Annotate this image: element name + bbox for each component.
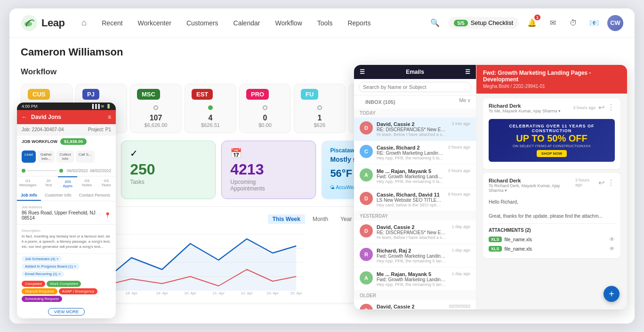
appointments-label: UpcomingAppointments	[230, 179, 307, 192]
mobile-view-more-button[interactable]: VIEW MORE	[48, 308, 85, 316]
email-item-0[interactable]: D David, Cassie 2 RE: DISCREPANCIES* New…	[354, 118, 476, 141]
email-item-content-7: David, Cassie 2 RE: DISCREPANCIES* New E…	[377, 304, 445, 309]
notifications-button[interactable]: 🔔 1	[524, 16, 539, 31]
workflow-card-fu[interactable]: FU 1 $626	[294, 84, 346, 133]
email-item-7[interactable]: D David, Cassie 2 RE: DISCREPANCIES* New…	[354, 300, 476, 309]
promo-subtitle: ON SELECT ITEMS AT CONSTRUCTIONXXX	[493, 144, 610, 148]
email-msg-1-reply-icon[interactable]: ↩	[598, 103, 604, 112]
email-me-filter[interactable]: Me v	[459, 97, 470, 107]
workflow-card-est[interactable]: EST 4 $626.51	[185, 84, 236, 133]
promo-banner: CELEBRATING OVER 11 YEARS OF CONSTRUCTIO…	[489, 119, 615, 162]
perf-tab-month[interactable]: Month	[308, 214, 333, 224]
mobile-stage-gather[interactable]: GatherInfo...	[38, 150, 55, 163]
attachments-label: ATTACHMENTS (2)	[489, 228, 615, 233]
email-item-1[interactable]: C Cassie, Richard 2 RE: Growth Marketing…	[354, 141, 476, 165]
mobile-contact-persons-tab[interactable]: Contact Persons	[75, 190, 114, 201]
mobile-time: 4:00 PM	[22, 104, 38, 109]
email-msg-2-body: Hello Richard, Great, thanks for the upd…	[489, 198, 615, 220]
mobile-tab-tasks[interactable]: G5Tasks	[97, 176, 116, 190]
nav-item-workcenter[interactable]: Workcenter	[131, 16, 178, 31]
email-sender-1: Cassie, Richard 2	[377, 145, 444, 150]
app-container: Leap ⌂ Recent Workcenter Customers Calen…	[9, 8, 635, 324]
mobile-tab-messages[interactable]: G1Messages	[17, 176, 39, 190]
email-items-list: TODAY D David, Cassie 2 RE: DISCREPANCIE…	[354, 109, 476, 309]
mobile-stage-collect[interactable]: CollectInfo	[56, 150, 73, 163]
email-compose-fab[interactable]: +	[604, 286, 620, 302]
nav-item-tools[interactable]: Tools	[311, 16, 339, 31]
email-item-content-4: David, Cassie 2 RE: DISCREPANCIES* New E…	[377, 224, 448, 240]
workflow-card-msc[interactable]: MSC 107 $6,626.00	[130, 84, 182, 133]
email-section-today: TODAY	[354, 109, 476, 118]
attachment-2: XLS file_name.xls 👁	[489, 244, 615, 253]
search-button[interactable]: 🔍	[427, 16, 443, 31]
mobile-tab-appts[interactable]: 205Appts	[58, 176, 77, 190]
email-list-hamburger-icon[interactable]: ☰	[360, 69, 365, 75]
email-msg-2-reply-icon[interactable]: ↩	[598, 178, 604, 187]
perf-tab-year[interactable]: Year	[336, 214, 356, 224]
email-msg-1-more-icon[interactable]: ⋮	[607, 103, 615, 112]
mobile-tab-notes[interactable]: G5Notes	[77, 176, 97, 190]
mail-button[interactable]: 📧	[587, 16, 602, 31]
attachment-2-name: file_name.xls	[505, 246, 532, 252]
messages-button[interactable]: ✉	[545, 16, 560, 31]
logo-area[interactable]: Leap	[21, 15, 64, 32]
timer-button[interactable]: ⏱	[566, 16, 581, 31]
tasks-count: 250	[130, 162, 207, 177]
email-avatar-1: C	[360, 145, 373, 158]
email-item-4[interactable]: D David, Cassie 2 RE: DISCREPANCIES* New…	[354, 221, 476, 244]
mobile-tag-board[interactable]: Added In Progress Board (1) ×	[22, 263, 80, 269]
mobile-location-icon[interactable]: 📍	[104, 212, 111, 219]
attachment-1-type-icon: XLS	[489, 237, 502, 242]
email-section-older: OLDER	[354, 291, 476, 300]
email-msg-2-sender: Richard Derk	[489, 178, 575, 183]
mobile-tag-schedule[interactable]: Job Schedules (4) ×	[22, 256, 62, 262]
email-avatar-6: A	[360, 271, 373, 285]
mobile-stage-call[interactable]: Call S...	[76, 150, 95, 163]
email-search-input[interactable]	[359, 82, 471, 92]
svg-text:19. Apr: 19. Apr	[156, 291, 169, 295]
email-sender-3: Cassie, Richard, David 11	[377, 192, 444, 198]
perf-tab-week[interactable]: This Week	[268, 214, 305, 224]
mobile-customer-info-tab[interactable]: Customer Info	[41, 190, 75, 201]
page-title: Cameron Williamson	[21, 46, 623, 58]
home-nav-item[interactable]: ⌂	[75, 14, 93, 32]
nav-item-recent[interactable]: Recent	[95, 16, 129, 31]
attachment-2-view-button[interactable]: 👁	[609, 245, 615, 252]
nav-item-calendar[interactable]: Calendar	[227, 16, 267, 31]
email-preview-3: Hey card, below is the SEO optimized TIT…	[377, 203, 444, 207]
promo-discount: UP TO 50% OFF	[493, 133, 610, 144]
email-detail-title: Fwd: Growth Marketing Landing Pages - De…	[483, 70, 620, 83]
svg-marker-13	[103, 239, 296, 291]
email-avatar-0: D	[360, 121, 373, 134]
mobile-back-button[interactable]: ←	[22, 114, 27, 120]
appointments-stat-card[interactable]: 📅 4213 UpcomingAppointments	[221, 141, 316, 199]
email-item-2[interactable]: A Me ... Rajan, Mayank 5 Fwd: Growth Mar…	[354, 165, 476, 188]
mobile-flags: ComplaintWork CompletedDeposit RequiredA…	[17, 279, 116, 304]
setup-checklist-button[interactable]: 5/5 Setup Checklist	[448, 17, 519, 29]
user-avatar-button[interactable]: CW	[607, 15, 623, 31]
email-list-menu-icon[interactable]: ☰	[465, 69, 470, 75]
nav-item-workflow[interactable]: Workflow	[268, 16, 308, 31]
email-item-6[interactable]: A Me ... Rajan, Mayank 5 Fwd: Growth Mar…	[354, 268, 476, 291]
attachment-1-view-button[interactable]: 👁	[609, 236, 615, 243]
mobile-tab-text[interactable]: 20Text	[39, 176, 58, 190]
mobile-job-info-tab[interactable]: Job Info	[17, 190, 41, 201]
nav-item-customers[interactable]: Customers	[180, 16, 225, 31]
nav-item-reports[interactable]: Reports	[341, 16, 377, 31]
nav-right: 🔍 5/5 Setup Checklist 🔔 1 ✉ ⏱ 📧 CW	[427, 15, 623, 31]
workflow-card-pro[interactable]: PRO 0 $0.00	[239, 84, 291, 133]
email-sender-0: David, Cassie 2	[377, 121, 448, 127]
mobile-desc-value: In fact, inserting any fantasy text or a…	[22, 234, 111, 250]
email-msg-2-more-icon[interactable]: ⋮	[607, 178, 615, 187]
email-item-5[interactable]: R Richard, Raj 2 Fwd: Growth Marketing L…	[354, 244, 476, 268]
tasks-stat-card[interactable]: ✓ 250 Tasks	[121, 141, 216, 199]
email-time-6: 1 day ago	[451, 271, 470, 276]
promo-cta-button[interactable]: SHOP NOW	[537, 150, 567, 157]
mobile-flag-2: Deposit Required	[22, 288, 57, 294]
email-time-2: 3 hours ago	[448, 168, 470, 173]
email-time-7: 02/20/2022	[449, 304, 470, 308]
mobile-tag-email[interactable]: Email Recurring (1) ×	[22, 271, 64, 277]
mobile-menu-button[interactable]: ≡	[108, 114, 111, 120]
email-item-3[interactable]: D Cassie, Richard, David 11 LS New Websi…	[354, 188, 476, 212]
mobile-stage-lead[interactable]: Lead	[22, 150, 36, 163]
